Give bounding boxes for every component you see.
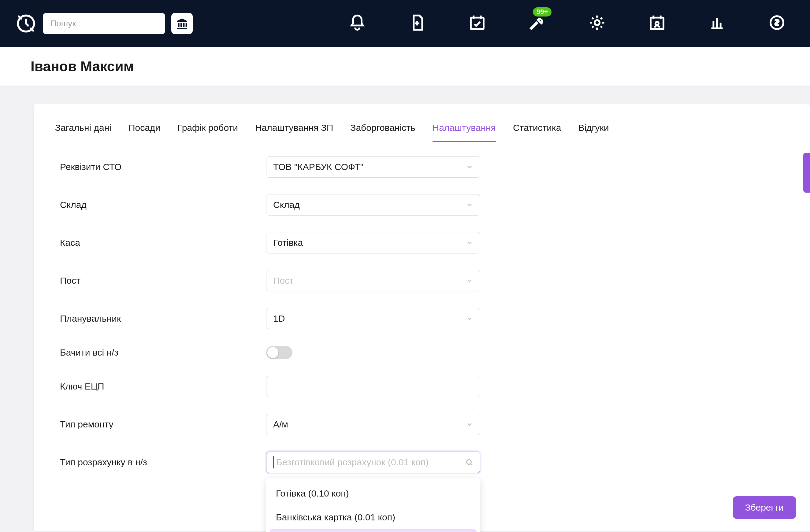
right-rail — [803, 153, 810, 346]
planner-value: 1D — [273, 313, 285, 324]
tools-button[interactable]: 99+ — [529, 14, 546, 33]
settings-form: Реквізити СТО ТОВ "КАРБУК СОФТ" Склад Ск… — [55, 156, 789, 473]
planner-label: Планувальник — [55, 313, 266, 324]
wrench-icon — [529, 14, 546, 31]
calendar-check-icon — [469, 14, 486, 31]
cashbox-select[interactable]: Готівка — [266, 232, 480, 253]
topbar: 99+ — [0, 0, 810, 47]
bar-chart-icon — [709, 14, 726, 31]
dollar-circle-icon — [768, 14, 785, 31]
eds-key-input[interactable] — [266, 376, 480, 397]
top-icons: 99+ — [349, 14, 785, 33]
settings-button[interactable] — [588, 14, 606, 33]
calendar-user-icon — [648, 14, 666, 31]
calc-type-label: Тип розрахунку в н/з — [55, 457, 266, 467]
svg-rect-1 — [471, 17, 484, 29]
tab-schedule[interactable]: Графік роботи — [177, 122, 238, 142]
tab-stats[interactable]: Статистика — [513, 122, 561, 142]
tab-general[interactable]: Загальні дані — [55, 122, 111, 142]
chevron-down-icon — [466, 201, 473, 209]
bell-icon — [349, 14, 366, 31]
bank-icon — [176, 17, 188, 30]
repair-type-value: А/м — [273, 419, 288, 430]
calc-type-select[interactable]: Безготівковий розрахунок (0.01 коп) — [266, 452, 480, 473]
tabs: Загальні дані Посади Графік роботи Налаш… — [55, 122, 789, 142]
warehouse-value: Склад — [273, 200, 300, 210]
calc-type-option[interactable]: Готівка (0.10 коп) — [270, 482, 476, 505]
new-doc-button[interactable] — [409, 14, 426, 33]
cashbox-label: Каса — [55, 237, 266, 248]
repair-type-label: Тип ремонту — [55, 419, 266, 430]
planner-select[interactable]: 1D — [266, 308, 480, 329]
calc-type-option[interactable]: Безготівковий розрахунок (0.01 коп) — [270, 529, 476, 532]
calc-type-option[interactable]: Банківська картка (0.01 коп) — [270, 505, 476, 529]
bank-button[interactable] — [171, 13, 193, 34]
chevron-down-icon — [466, 239, 473, 246]
chevron-down-icon — [466, 163, 473, 171]
calendar-check-button[interactable] — [469, 14, 486, 33]
save-button[interactable]: Зберегти — [733, 496, 796, 519]
global-search[interactable] — [43, 13, 165, 34]
see-all-label: Бачити всі н/з — [55, 347, 266, 358]
post-placeholder: Пост — [273, 276, 294, 286]
chevron-down-icon — [466, 315, 473, 322]
gear-icon — [588, 14, 606, 31]
repair-type-select[interactable]: А/м — [266, 414, 480, 435]
calc-type-placeholder: Безготівковий розрахунок (0.01 коп) — [276, 457, 428, 467]
calc-type-dropdown: Готівка (0.10 коп) Банківська картка (0.… — [266, 478, 480, 532]
requisites-value: ТОВ "КАРБУК СОФТ" — [273, 162, 363, 172]
side-tab-handle[interactable] — [803, 153, 810, 193]
svg-point-2 — [595, 20, 600, 25]
warehouse-label: Склад — [55, 200, 266, 210]
post-label: Пост — [55, 276, 266, 286]
chevron-down-icon — [466, 277, 473, 284]
search-icon — [465, 458, 473, 466]
page-header: Іванов Максим — [0, 47, 810, 86]
tab-reviews[interactable]: Відгуки — [578, 122, 609, 142]
eds-key-label: Ключ ЕЦП — [55, 381, 266, 392]
post-select[interactable]: Пост — [266, 270, 480, 292]
warehouse-select[interactable]: Склад — [266, 194, 480, 216]
search-input[interactable] — [50, 19, 160, 29]
chevron-down-icon — [466, 421, 473, 428]
file-plus-icon — [409, 14, 426, 31]
cashbox-value: Готівка — [273, 237, 303, 248]
svg-point-4 — [655, 22, 659, 25]
requisites-select[interactable]: ТОВ "КАРБУК СОФТ" — [266, 156, 480, 178]
tools-badge: 99+ — [533, 7, 552, 17]
tab-debt[interactable]: Заборгованість — [350, 122, 415, 142]
tab-salary[interactable]: Налаштування ЗП — [255, 122, 333, 142]
svg-point-6 — [467, 460, 471, 464]
reports-button[interactable] — [709, 14, 726, 33]
see-all-switch[interactable] — [266, 346, 292, 359]
settings-card: Загальні дані Посади Графік роботи Налаш… — [34, 104, 810, 531]
app-logo-icon[interactable] — [15, 13, 37, 34]
tab-settings[interactable]: Налаштування — [433, 122, 496, 142]
svg-rect-3 — [651, 17, 663, 29]
staff-calendar-button[interactable] — [648, 14, 666, 33]
notifications-button[interactable] — [349, 14, 366, 33]
finance-button[interactable] — [768, 14, 785, 33]
tab-posts[interactable]: Посади — [128, 122, 160, 142]
requisites-label: Реквізити СТО — [55, 162, 266, 172]
page-title: Іванов Максим — [31, 58, 779, 74]
